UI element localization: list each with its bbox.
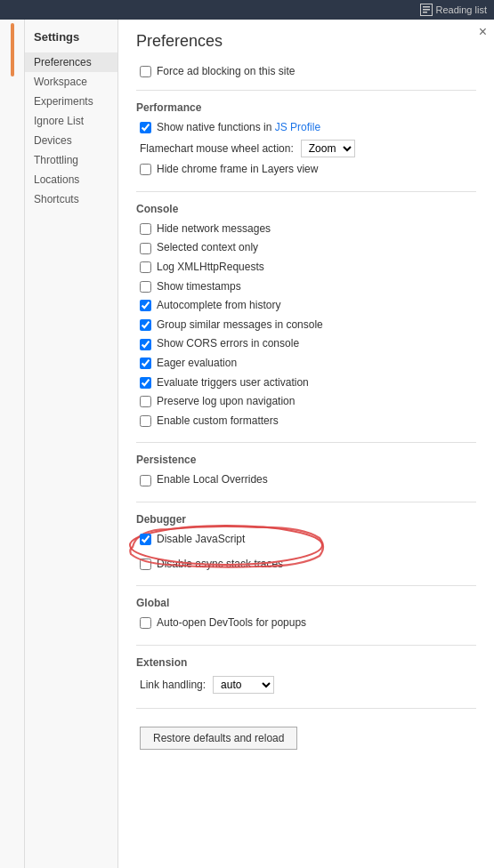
native-functions-checkbox[interactable] xyxy=(140,122,151,133)
show-timestamps-label: Show timestamps xyxy=(157,280,241,294)
divider-5 xyxy=(136,585,476,586)
hide-chrome-frame-row: Hide chrome frame in Layers view xyxy=(136,163,476,177)
selected-context-label: Selected context only xyxy=(157,241,258,255)
page-title: Preferences xyxy=(136,32,476,51)
preserve-log-label: Preserve log upon navigation xyxy=(157,395,295,409)
svg-rect-1 xyxy=(423,9,430,11)
show-timestamps-row: Show timestamps xyxy=(136,280,476,294)
console-section: Console Hide network messages Selected c… xyxy=(136,203,476,429)
flamechart-row: Flamechart mouse wheel action: Zoom Scro… xyxy=(136,140,476,157)
autocomplete-history-checkbox[interactable] xyxy=(140,300,151,311)
evaluate-triggers-row: Evaluate triggers user activation xyxy=(136,376,476,390)
divider-4 xyxy=(136,502,476,502)
link-handling-row: Link handling: auto custom xyxy=(136,676,476,694)
divider-3 xyxy=(136,442,476,443)
sidebar-item-experiments[interactable]: Experiments xyxy=(25,92,117,111)
persistence-section: Persistence Enable Local Overrides xyxy=(136,454,476,487)
custom-formatters-row: Enable custom formatters xyxy=(136,414,476,429)
hide-network-row: Hide network messages xyxy=(136,222,476,237)
force-ad-blocking-row: Force ad blocking on this site xyxy=(136,65,476,79)
local-overrides-label: Enable Local Overrides xyxy=(157,473,268,487)
performance-title: Performance xyxy=(136,101,476,114)
show-cors-row: Show CORS errors in console xyxy=(136,337,476,351)
eager-eval-checkbox[interactable] xyxy=(140,358,151,369)
force-ad-blocking-checkbox[interactable] xyxy=(140,66,151,77)
selected-context-row: Selected context only xyxy=(136,241,476,255)
global-section: Global Auto-open DevTools for popups xyxy=(136,597,476,631)
native-functions-label: Show native functions in JS Profile xyxy=(157,121,320,135)
sidebar-item-shortcuts[interactable]: Shortcuts xyxy=(25,189,117,209)
local-overrides-row: Enable Local Overrides xyxy=(136,473,476,487)
sidebar-item-throttling[interactable]: Throttling xyxy=(25,150,117,170)
performance-section: Performance Show native functions in JS … xyxy=(136,101,476,177)
log-xml-label: Log XMLHttpRequests xyxy=(157,261,264,275)
sidebar-item-preferences[interactable]: Preferences xyxy=(25,52,117,72)
divider-6 xyxy=(136,645,476,646)
disable-async-label: Disable async stack traces xyxy=(157,558,283,572)
sidebar-item-ignore-list[interactable]: Ignore List xyxy=(25,111,117,131)
disable-js-row: Disable JavaScript xyxy=(136,533,245,547)
restore-button[interactable]: Restore defaults and reload xyxy=(140,727,297,750)
eager-eval-label: Eager evaluation xyxy=(157,357,237,371)
disable-async-checkbox[interactable] xyxy=(140,559,151,570)
divider-7 xyxy=(136,708,476,709)
sidebar-title: Settings xyxy=(25,23,117,52)
log-xml-row: Log XMLHttpRequests xyxy=(136,261,476,275)
hide-network-checkbox[interactable] xyxy=(140,223,151,235)
native-functions-row: Show native functions in JS Profile xyxy=(136,121,476,135)
sidebar-item-devices[interactable]: Devices xyxy=(25,131,117,150)
preserve-log-row: Preserve log upon navigation xyxy=(136,395,476,409)
autocomplete-history-label: Autocomplete from history xyxy=(157,299,280,313)
global-title: Global xyxy=(136,597,476,609)
show-cors-label: Show CORS errors in console xyxy=(157,337,299,351)
console-title: Console xyxy=(136,203,476,215)
left-strip xyxy=(0,20,25,868)
reading-list-label: Reading list xyxy=(436,4,487,15)
evaluate-triggers-label: Evaluate triggers user activation xyxy=(157,376,309,390)
svg-rect-0 xyxy=(423,6,430,8)
hide-chrome-frame-checkbox[interactable] xyxy=(140,164,151,175)
log-xml-checkbox[interactable] xyxy=(140,261,151,273)
sidebar-item-locations[interactable]: Locations xyxy=(25,170,117,189)
force-ad-blocking-label: Force ad blocking on this site xyxy=(157,65,295,79)
close-button[interactable]: × xyxy=(479,25,487,39)
hide-network-label: Hide network messages xyxy=(157,222,271,237)
reading-list-icon xyxy=(420,4,433,16)
extension-title: Extension xyxy=(136,656,476,669)
link-handling-select[interactable]: auto custom xyxy=(213,676,274,694)
link-handling-label: Link handling: xyxy=(140,679,206,691)
flamechart-select[interactable]: Zoom Scroll xyxy=(301,140,355,157)
disable-js-checkbox[interactable] xyxy=(140,534,151,545)
left-strip-marker xyxy=(11,23,14,76)
extension-section: Extension Link handling: auto custom xyxy=(136,656,476,694)
show-timestamps-checkbox[interactable] xyxy=(140,281,151,293)
auto-open-label: Auto-open DevTools for popups xyxy=(157,616,306,631)
selected-context-checkbox[interactable] xyxy=(140,243,151,254)
debugger-title: Debugger xyxy=(136,513,476,526)
main-content: × Preferences Force ad blocking on this … xyxy=(118,20,494,868)
custom-formatters-checkbox[interactable] xyxy=(140,415,151,427)
hide-chrome-frame-label: Hide chrome frame in Layers view xyxy=(157,163,318,177)
sidebar: Settings Preferences Workspace Experimen… xyxy=(25,20,118,868)
preserve-log-checkbox[interactable] xyxy=(140,396,151,407)
evaluate-triggers-checkbox[interactable] xyxy=(140,377,151,389)
disable-js-label: Disable JavaScript xyxy=(157,533,245,547)
show-cors-checkbox[interactable] xyxy=(140,339,151,350)
settings-container: Settings Preferences Workspace Experimen… xyxy=(0,20,494,868)
debugger-section: Debugger Disable JavaScript Disable asyn… xyxy=(136,513,476,571)
eager-eval-row: Eager evaluation xyxy=(136,357,476,371)
reading-list-button[interactable]: Reading list xyxy=(420,4,487,16)
autocomplete-history-row: Autocomplete from history xyxy=(136,299,476,313)
sidebar-item-workspace[interactable]: Workspace xyxy=(25,72,117,92)
group-similar-row: Group similar messages in console xyxy=(136,318,476,333)
disable-async-row: Disable async stack traces xyxy=(136,558,476,572)
local-overrides-checkbox[interactable] xyxy=(140,475,151,486)
auto-open-checkbox[interactable] xyxy=(140,617,151,629)
flamechart-label: Flamechart mouse wheel action: xyxy=(140,142,294,155)
group-similar-checkbox[interactable] xyxy=(140,319,151,331)
svg-rect-2 xyxy=(423,12,427,13)
divider-2 xyxy=(136,191,476,192)
group-similar-label: Group similar messages in console xyxy=(157,318,323,333)
custom-formatters-label: Enable custom formatters xyxy=(157,414,279,429)
top-bar: Reading list xyxy=(0,0,494,20)
